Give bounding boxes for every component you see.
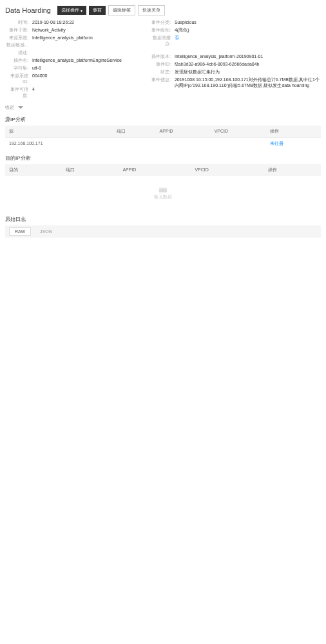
header: Data Hoarding 选择操作 ▾ 事前 编辑标签 快速关单: [5, 5, 321, 15]
detail-row: 事件分类:Suspicious: [148, 19, 321, 26]
detail-row: 事件级别:4(高危): [148, 27, 321, 33]
detail-panel: 时间:2019-10-08 18:26:22 事件子类:Network_Acti…: [5, 19, 321, 99]
chevron-down-icon: [18, 106, 23, 109]
detail-row: 字符集:utf-8: [5, 65, 122, 71]
detail-value: Suspicious: [175, 19, 197, 26]
col-port: 端口: [113, 126, 156, 138]
empty-icon: [157, 185, 169, 194]
select-operation-label: 选择操作: [61, 7, 79, 14]
detail-value[interactable]: 否: [175, 35, 179, 41]
detail-row: 数据敏感...: [5, 42, 122, 48]
dst-analysis-title: 目的IP分析: [5, 155, 321, 162]
prev-label: 事前: [93, 7, 102, 14]
detail-label: 事件子类:: [5, 27, 32, 33]
tab-json[interactable]: JSON: [35, 227, 57, 236]
col-appid: APPID: [119, 164, 191, 176]
dst-analysis-table: 目的 端口 APPID VPCID 操作: [5, 164, 321, 176]
prev-button[interactable]: 事前: [89, 6, 106, 15]
detail-label: 插件版本:: [148, 53, 175, 60]
detail-label: 数据泄露点:: [148, 35, 175, 48]
raw-log-title: 原始日志: [5, 216, 321, 223]
edit-tag-button[interactable]: 编辑标签: [108, 5, 135, 15]
chevron-down-icon: ▾: [81, 8, 82, 13]
col-src: 源: [5, 126, 113, 138]
collapse-toggle[interactable]: 收起: [5, 104, 321, 111]
detail-label: 事件级别:: [148, 27, 175, 33]
cell-src: 192.168.100.171: [5, 137, 113, 149]
detail-row: 插件版本:Intelligence_analysis_platform-2019…: [148, 53, 321, 60]
col-dst: 目的: [5, 164, 62, 176]
detail-row: 事件ID:f2ab3d32-a986-4cb6-8093-62666dada04…: [148, 61, 321, 68]
detail-label: 来源系统ID:: [5, 73, 32, 86]
detail-row: 事件可信度:4: [5, 86, 122, 99]
col-vpcid: VPCID: [191, 164, 264, 176]
detail-value: utf-8: [32, 65, 41, 71]
select-operation-dropdown[interactable]: 选择操作 ▾: [57, 6, 86, 15]
detail-row: 事件信息:20191008 16:15:00,192.168.100.171対外…: [148, 77, 321, 90]
detail-value: Network_Activity: [32, 27, 66, 33]
col-vpcid: VPCID: [211, 126, 266, 138]
detail-value: 004000: [32, 73, 47, 79]
src-analysis-table: 源 端口 APPID VPCID 操作 192.168.100.171 来往册: [5, 126, 321, 149]
detail-value: Intelligence_analysis_platform-20190901-…: [175, 53, 263, 60]
detail-row: 数据泄露点:否: [148, 35, 321, 48]
detail-label: 字符集:: [5, 65, 32, 71]
col-op: 操作: [266, 126, 321, 138]
detail-value: 4(高危): [175, 27, 189, 33]
detail-label: 来源系统:: [5, 35, 32, 41]
detail-row: 来源系统:Intelligence_analysis_platform: [5, 35, 122, 41]
detail-label: 插件名:: [5, 57, 32, 64]
detail-col-left: 时间:2019-10-08 18:26:22 事件子类:Network_Acti…: [5, 19, 122, 99]
table-row: 192.168.100.171 来往册: [5, 137, 321, 149]
detail-label: 时间:: [5, 19, 32, 26]
detail-label: 事件ID:: [148, 61, 175, 68]
detail-value: 发现疑似数据汇集行为: [175, 69, 220, 75]
detail-value: Intelligence_analysis_platform: [32, 35, 93, 41]
detail-row: 状态:发现疑似数据汇集行为: [148, 69, 321, 75]
cell-port: [113, 137, 156, 149]
col-op: 操作: [264, 164, 321, 176]
collapse-label: 收起: [5, 104, 14, 111]
cell-appid: [156, 137, 211, 149]
detail-label: 描述:: [5, 50, 32, 56]
detail-row: 描述:: [5, 50, 122, 56]
detail-row: 插件名:Intelligence_analysis_platformEngine…: [5, 57, 122, 64]
src-analysis-title: 源IP分析: [5, 116, 321, 123]
tab-raw[interactable]: RAW: [9, 227, 31, 236]
empty-text: 暂无数据: [154, 194, 172, 199]
detail-label: 状态:: [148, 69, 175, 75]
empty-state: 暂无数据: [5, 176, 321, 209]
detail-value: 20191008 16:15:00,192.168.100.171対外传输总计6…: [175, 77, 321, 90]
col-port: 端口: [62, 164, 119, 176]
detail-row: 事件子类:Network_Activity: [5, 27, 122, 33]
detail-label: 事件可信度:: [5, 86, 32, 99]
detail-row: 来源系统ID:004000: [5, 73, 122, 86]
detail-value: Intelligence_analysis_platformEngineServ…: [32, 57, 122, 64]
detail-label: 事件分类:: [148, 19, 175, 26]
page-title: Data Hoarding: [5, 6, 51, 14]
detail-value: 4: [32, 86, 35, 93]
cell-vpcid: [211, 137, 266, 149]
detail-value: f2ab3d32-a986-4cb6-8093-62666dada04b: [175, 61, 260, 68]
detail-col-right: 事件分类:Suspicious 事件级别:4(高危) 数据泄露点:否 插件版本:…: [148, 19, 321, 99]
raw-log-tabs: RAW JSON: [5, 225, 321, 238]
detail-label: 事件信息:: [148, 77, 175, 83]
detail-value: 2019-10-08 18:26:22: [32, 19, 74, 26]
row-action-link[interactable]: 来往册: [270, 141, 283, 146]
detail-label: 数据敏感...: [5, 42, 32, 48]
quick-close-button[interactable]: 快速关单: [138, 5, 165, 15]
col-appid: APPID: [156, 126, 211, 138]
detail-row: 时间:2019-10-08 18:26:22: [5, 19, 122, 26]
